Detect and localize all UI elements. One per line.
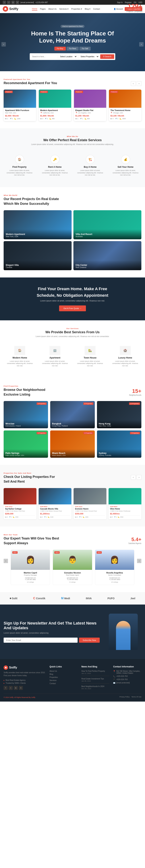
nav-pages[interactable]: Pages — [40, 7, 46, 10]
listing-card-2[interactable]: FOR RENT Cascade Blocks Villa # 3600 S 3… — [39, 488, 71, 519]
neighborhood-card-5[interactable]: 9 Properties Miami Beach Miami Beach, US… — [50, 430, 95, 458]
agent-phone-1: +1 234-567-8901 — [12, 579, 48, 580]
footer-privacy[interactable]: Privacy Policy — [119, 696, 130, 698]
sqft-3: 📐 650 — [85, 118, 90, 120]
recommended-prev-btn[interactable]: ‹ — [131, 81, 136, 86]
nav-contact[interactable]: Contact — [93, 7, 100, 10]
location-select[interactable]: Select Location New York Los Angeles Chi… — [58, 55, 77, 59]
linkedin-icon[interactable]: li — [16, 1, 19, 4]
listing-img-4 — [109, 488, 141, 504]
hero-prev-arrow[interactable]: ‹ — [1, 42, 6, 46]
footer-linkedin-icon[interactable]: li — [19, 686, 23, 690]
footer-terms[interactable]: Terms Of Use — [132, 696, 141, 698]
property-card-2[interactable]: Featured Modern Apartment 📍 California, … — [39, 90, 71, 121]
projects-title-2: Which We Done Successfully — [4, 202, 59, 206]
footer-link-contact[interactable]: Contact — [49, 682, 78, 684]
hero-next-arrow[interactable]: › — [139, 42, 144, 46]
agent-info-2: Gonzalez Nicoton Real Estate Agent gonz@… — [53, 570, 92, 585]
subscribe-button[interactable]: Subscribe Now — [79, 638, 100, 643]
nav-links: Home Pages About Us Services ▾ Propertie… — [32, 7, 100, 10]
neighborhood-card-1[interactable]: 5 Properties Wroclaw Dolnoslaskie, Polan… — [4, 401, 48, 428]
footer-blog-link-2[interactable]: Real Estate Investment Tips — [81, 678, 110, 680]
logo[interactable]: Sniffy — [3, 6, 18, 12]
agent-card-3[interactable]: NEW 👩 Rosella Angellina Senior Consultan… — [95, 550, 134, 585]
footer-check-2: ▸ Trusted by 5000+ Clients — [4, 682, 46, 684]
instagram-icon[interactable]: in — [11, 1, 15, 4]
footer-address: 📍 562 Hill Street, Villa Complex, 34564,… — [113, 670, 141, 674]
email-icon: ✉️ — [113, 682, 115, 684]
recommended-header: Recommended Apartment For You ‹ › — [4, 81, 141, 86]
neighborhood-card-4[interactable]: 6 Properties Palm Springs Palm Group Gro… — [4, 430, 48, 458]
neighborhood-badge-5: 9 Properties — [83, 432, 93, 434]
project-card-3[interactable]: Elegant Villa Canada — [4, 241, 72, 270]
nav-blog[interactable]: Blog ▾ — [85, 7, 90, 10]
agents-next-arrow[interactable]: › — [137, 559, 141, 563]
property-info-3: Elegant Studio Flat 📍 Los Angeles, USA $… — [74, 108, 106, 121]
projects-grid: Modern Apartment New York, USA Villa And… — [4, 210, 141, 270]
service2-card-1: 🏠 Modern Home Lorem ipsum dolor sit amet… — [4, 342, 36, 371]
newsletter-subtitle: Lorem ipsum dolor sit amet, consectetur … — [4, 632, 100, 634]
property-location-3: 📍 Los Angeles, USA — [75, 112, 105, 114]
footer-facebook-icon[interactable]: f — [4, 686, 8, 690]
neighborhood-card-2[interactable]: 8 Properties Bangkok Krung Thep, Thailan… — [50, 401, 95, 428]
hero-tab-rent[interactable]: For Rent — [67, 47, 79, 51]
listing-card-4[interactable]: FOR RENT Olive Home # 3600 S 4rd Street,… — [109, 488, 141, 519]
footer-bottom: © 2024 Sniffy. All Rights Reserved By Sn… — [4, 693, 141, 699]
neighborhood-sub-5: Miami Beach, USA — [52, 455, 93, 456]
cta-button[interactable]: Get A Free Quote → — [59, 305, 86, 311]
property-info-4: The Townmost Home 📍 Chicago, USA $3,100 … — [109, 108, 141, 121]
footer-twitter-icon[interactable]: t — [9, 686, 13, 690]
property-grid: Featured Apartment With Furniture New Yo… — [4, 90, 141, 121]
agent-card-2[interactable]: NEW 👨 Gonzalez Nicoton Real Estate Agent… — [53, 550, 92, 585]
service2-text-3: Lorem ipsum dolor sit amet, consectetur … — [76, 360, 105, 367]
project-name-1: Modern Apartment — [6, 233, 69, 236]
type-select[interactable]: Select Properties Apartment Villa House — [78, 55, 99, 59]
neighborhood-card-6[interactable]: 7 Properties Sydney Sydney, Australia — [97, 430, 141, 458]
property-card-3[interactable]: Featured Elegant Studio Flat 📍 Los Angel… — [74, 90, 106, 121]
nav-services[interactable]: Services ▾ — [59, 7, 69, 10]
partner-name-6: Jeel — [130, 597, 135, 600]
project-card-4[interactable]: City Center New Zealand — [73, 241, 141, 270]
property-card[interactable]: Featured Apartment With Furniture New Yo… — [4, 90, 36, 121]
project-card-1[interactable]: Modern Apartment New York, USA — [4, 210, 72, 239]
nav-about[interactable]: About Us — [48, 7, 57, 10]
listing-card-3[interactable]: FOR SALE Envision Haven # 3600 S 3rd Str… — [74, 488, 106, 519]
services-grid: 🏠 Find Property Lorem ipsum dolor sit am… — [4, 151, 141, 180]
property-card-4[interactable]: Featured The Townmost Home 📍 Chicago, US… — [109, 90, 141, 121]
neighborhood-stat: 15+ Neighborhoods — [129, 388, 141, 396]
agent-card-1[interactable]: NEW 👩 Martine Capril Property Manager ma… — [11, 550, 50, 585]
top-signin[interactable]: Sign In — [117, 1, 123, 3]
listing-card-1[interactable]: FOR SALE Saj Harbor Cottage # 3600 S 4rd… — [4, 488, 36, 519]
listing-prev-btn[interactable]: ‹ — [131, 475, 136, 480]
property-meta-4: 🛏 4 🚿 3 📐 1800 — [110, 118, 140, 120]
hero-tab-buy[interactable]: For Buy — [55, 47, 66, 51]
listing-next-btn[interactable]: › — [137, 475, 141, 480]
search-button[interactable]: ⚲ Search — [100, 54, 114, 59]
listing-address-3: # 3600 S 3rd Street, Ground Floor — [75, 510, 105, 512]
top-bar: f t in li [email protected] +(123)-654-9… — [0, 0, 145, 5]
location-icon: 📍 — [113, 670, 115, 672]
nav-properties[interactable]: Properties ▾ — [71, 7, 82, 10]
footer-link-services[interactable]: Services — [49, 679, 78, 681]
nav-home[interactable]: Home — [32, 7, 37, 10]
footer-link-about[interactable]: About Us — [49, 670, 78, 672]
account-button[interactable]: 👤 Account — [114, 8, 123, 10]
agents-prev-arrow[interactable]: ‹ — [4, 559, 8, 563]
search-input[interactable] — [31, 55, 57, 58]
listing-meta-2: 🛏 4 🚿 2 📐 2100 — [40, 515, 70, 518]
listing-type-2: FOR RENT — [40, 506, 70, 507]
twitter-icon[interactable]: t — [7, 1, 10, 4]
neighborhood-card-3[interactable]: 12 Properties Hong Kong Wan Chai, China — [97, 401, 141, 428]
hero-tab-sell[interactable]: For Sell — [79, 47, 90, 51]
services2-title: We Provide Best Services From Us — [4, 330, 141, 334]
footer-blog-link-3[interactable]: Best Neighborhoods In 2024 — [81, 685, 110, 687]
project-card-2[interactable]: Villa And Resort Australia — [73, 210, 141, 239]
property-badge-1: Featured — [5, 91, 13, 93]
newsletter-input[interactable] — [4, 638, 78, 643]
footer-instagram-icon[interactable]: in — [14, 686, 18, 690]
footer-link-blog[interactable]: Blog — [49, 673, 78, 675]
footer-link-properties[interactable]: Properties — [49, 676, 78, 678]
footer-blog-link-1[interactable]: How To Find Perfect Property — [81, 670, 110, 672]
recommended-next-btn[interactable]: › — [137, 81, 141, 86]
facebook-icon[interactable]: f — [3, 1, 6, 4]
